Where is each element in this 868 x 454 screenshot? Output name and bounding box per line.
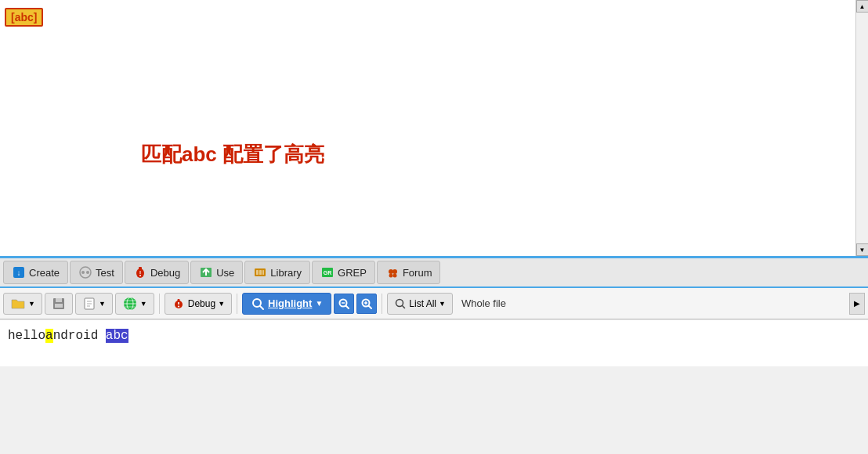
scrollbar-right: ▲ ▼ bbox=[855, 0, 868, 256]
list-all-btn[interactable]: List All ▼ bbox=[387, 293, 453, 315]
svg-point-19 bbox=[392, 274, 396, 278]
zoom-out-btn[interactable] bbox=[334, 294, 354, 314]
divider-2 bbox=[237, 294, 237, 314]
zoom-in-btn[interactable] bbox=[356, 294, 377, 314]
debug-action-btn[interactable]: Debug ▼ bbox=[165, 293, 232, 315]
zoom-in-icon bbox=[360, 297, 373, 310]
folder-open-icon bbox=[10, 297, 26, 311]
globe-dropdown-arrow: ▼ bbox=[140, 300, 147, 308]
list-all-label: List All bbox=[409, 298, 436, 309]
save-icon bbox=[52, 297, 66, 311]
tab-debug[interactable]: Debug bbox=[125, 261, 189, 284]
zoom-out-icon bbox=[338, 297, 350, 310]
input-highlight-yellow: a bbox=[45, 329, 53, 343]
tab-create-label: Create bbox=[29, 267, 60, 279]
input-text-hello: hello bbox=[8, 329, 45, 343]
svg-rect-11 bbox=[256, 270, 259, 275]
scrollbar-down-btn[interactable]: ▼ bbox=[856, 243, 869, 256]
svg-line-42 bbox=[369, 305, 372, 308]
tab-test-label: Test bbox=[96, 267, 114, 279]
svg-rect-21 bbox=[56, 298, 62, 302]
debug-dropdown-arrow: ▼ bbox=[218, 300, 225, 308]
tab-debug-label: Debug bbox=[150, 267, 180, 279]
svg-rect-33 bbox=[177, 299, 179, 302]
input-text-ndroid: ndroid bbox=[53, 329, 106, 343]
input-highlight-blue: abc bbox=[106, 329, 128, 343]
svg-text:↓: ↓ bbox=[17, 268, 21, 277]
svg-rect-12 bbox=[259, 270, 262, 275]
svg-point-18 bbox=[389, 274, 392, 278]
globe-icon bbox=[122, 296, 138, 312]
svg-line-46 bbox=[403, 305, 405, 308]
svg-point-35 bbox=[178, 305, 179, 307]
grep-icon: GR bbox=[320, 265, 335, 279]
list-all-dropdown-arrow: ▼ bbox=[439, 300, 446, 308]
library-icon bbox=[253, 265, 267, 279]
toolbar-actions: ▼ ▼ bbox=[0, 288, 868, 319]
forum-icon bbox=[385, 265, 400, 279]
svg-rect-13 bbox=[262, 270, 264, 275]
divider-1 bbox=[159, 294, 160, 314]
tab-forum-label: Forum bbox=[403, 267, 432, 279]
list-all-search-icon bbox=[394, 297, 407, 310]
folder-dropdown-arrow: ▼ bbox=[28, 300, 35, 308]
tab-create[interactable]: ↓ Create bbox=[3, 261, 68, 284]
chevron-right-icon: ▶ bbox=[854, 299, 860, 308]
create-icon: ↓ bbox=[12, 265, 26, 279]
divider-3 bbox=[382, 294, 382, 314]
svg-rect-22 bbox=[55, 304, 63, 308]
highlight-search-icon bbox=[251, 297, 265, 311]
new-file-btn[interactable]: ▼ bbox=[75, 293, 113, 315]
svg-line-39 bbox=[346, 305, 349, 308]
tab-library-label: Library bbox=[270, 267, 302, 279]
test-icon bbox=[78, 265, 92, 279]
abc-badge: [abc] bbox=[5, 8, 43, 27]
tab-grep[interactable]: GR GREP bbox=[312, 261, 375, 284]
svg-rect-6 bbox=[139, 267, 142, 271]
use-icon bbox=[199, 265, 213, 279]
toolbar-tabs: ↓ Create Test Debug bbox=[0, 258, 868, 288]
match-text: 匹配abc 配置了高亮 bbox=[141, 141, 324, 168]
svg-rect-34 bbox=[178, 302, 179, 304]
save-btn[interactable] bbox=[45, 293, 73, 315]
tab-library[interactable]: Library bbox=[244, 261, 310, 284]
tab-forum[interactable]: Forum bbox=[377, 261, 441, 284]
svg-line-37 bbox=[260, 306, 263, 309]
editor-area: [abc] 匹配abc 配置了高亮 ▲ ▼ bbox=[0, 0, 868, 258]
whole-file-label: Whole file bbox=[455, 297, 512, 309]
debug-action-icon bbox=[172, 297, 186, 311]
svg-point-8 bbox=[139, 275, 141, 276]
tab-use-label: Use bbox=[216, 267, 234, 279]
highlight-label: Highlight bbox=[268, 297, 312, 309]
tab-use[interactable]: Use bbox=[190, 261, 243, 284]
svg-point-3 bbox=[81, 271, 85, 274]
svg-point-4 bbox=[86, 271, 89, 274]
svg-rect-7 bbox=[139, 271, 140, 274]
highlight-btn[interactable]: Highlight ▼ bbox=[242, 293, 331, 315]
new-file-icon bbox=[82, 297, 96, 311]
debug-action-label: Debug bbox=[188, 298, 215, 309]
editor-content: [abc] 匹配abc 配置了高亮 bbox=[0, 0, 868, 41]
new-file-dropdown-arrow: ▼ bbox=[99, 300, 106, 308]
toolbar-scroll-right-btn[interactable]: ▶ bbox=[849, 293, 865, 315]
tab-test[interactable]: Test bbox=[70, 261, 123, 284]
highlight-dropdown-arrow: ▼ bbox=[315, 299, 323, 308]
tab-grep-label: GREP bbox=[338, 267, 367, 279]
svg-text:GR: GR bbox=[324, 270, 332, 276]
input-area[interactable]: helloandroid abc bbox=[0, 319, 868, 366]
scrollbar-up-btn[interactable]: ▲ bbox=[856, 0, 869, 13]
folder-open-btn[interactable]: ▼ bbox=[3, 293, 42, 315]
globe-btn[interactable]: ▼ bbox=[115, 293, 154, 315]
debug-icon bbox=[133, 265, 147, 279]
svg-point-17 bbox=[392, 269, 397, 274]
